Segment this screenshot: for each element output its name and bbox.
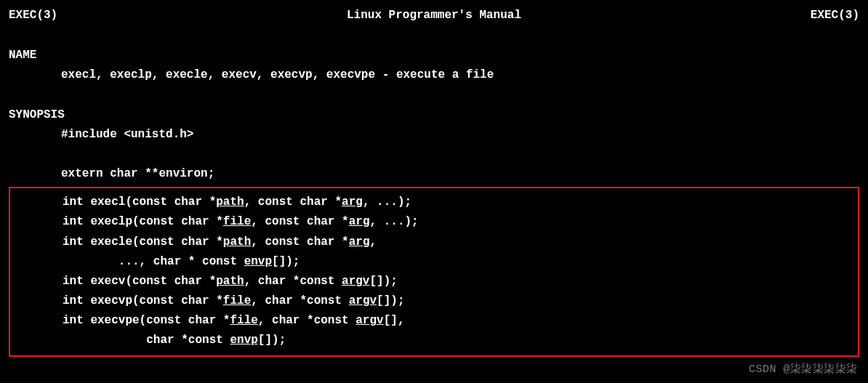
param-arg: arg (349, 215, 370, 228)
func-execle-line2: ..., char * const envp[]); (10, 252, 858, 272)
param-path: path (216, 275, 244, 288)
param-arg: arg (342, 195, 363, 209)
func-execlp: int execlp(const char *file, const char … (10, 212, 858, 232)
param-path: path (223, 235, 251, 249)
param-file: file (230, 314, 257, 327)
func-execvpe-line1: int execvpe(const char *file, char *cons… (10, 311, 858, 331)
blank-line (9, 145, 859, 164)
watermark: CSDN @柒柒柒柒柒柒 (749, 360, 858, 379)
param-argv: argv (349, 294, 377, 307)
highlight-box: int execl(const char *path, const char *… (9, 187, 859, 357)
param-envp: envp (244, 255, 272, 268)
param-file: file (223, 215, 251, 228)
synopsis-extern: extern char **environ; (9, 164, 859, 184)
param-arg: arg (349, 235, 370, 249)
func-execl: int execl(const char *path, const char *… (10, 193, 858, 212)
manpage-header: EXEC(3) Linux Programmer's Manual EXEC(3… (9, 6, 859, 25)
section-synopsis-heading: SYNOPSIS (9, 105, 859, 125)
param-path: path (216, 195, 244, 209)
param-argv: argv (355, 314, 383, 327)
blank-line (9, 86, 859, 105)
section-name-heading: NAME (9, 46, 859, 65)
func-execvp: int execvp(const char *file, char *const… (10, 291, 858, 311)
func-execvpe-line2: char *const envp[]); (10, 331, 858, 350)
func-execv: int execv(const char *path, char *const … (10, 272, 858, 291)
param-argv: argv (342, 275, 369, 288)
header-center: Linux Programmer's Manual (347, 6, 521, 25)
synopsis-include: #include <unistd.h> (9, 125, 859, 145)
name-line: execl, execlp, execle, execv, execvp, ex… (9, 65, 859, 85)
header-left: EXEC(3) (9, 6, 57, 25)
param-envp: envp (230, 334, 257, 347)
param-file: file (223, 294, 251, 307)
header-right: EXEC(3) (811, 6, 859, 25)
func-execle-line1: int execle(const char *path, const char … (10, 233, 858, 252)
